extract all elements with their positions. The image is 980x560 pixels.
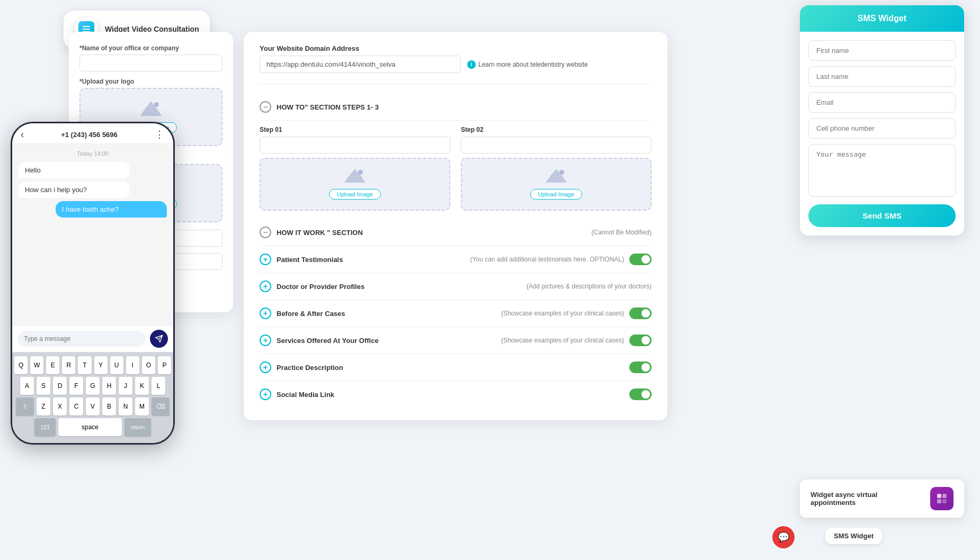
- services-offered-toggle-switch[interactable]: [629, 335, 652, 346]
- key-123[interactable]: 123: [34, 418, 56, 436]
- doctor-profiles-subtitle: (Add pictures & descriptions of your doc…: [527, 283, 652, 290]
- step-01-block: Step 01 Upload Image: [260, 126, 450, 211]
- doctor-profiles-toggle-icon[interactable]: +: [260, 281, 271, 292]
- key-t[interactable]: T: [78, 356, 91, 374]
- domain-input[interactable]: [260, 56, 461, 73]
- key-b[interactable]: B: [102, 398, 116, 416]
- practice-description-toggle-icon[interactable]: +: [260, 362, 271, 373]
- key-n[interactable]: N: [119, 398, 132, 416]
- patient-testimonials-toggle[interactable]: [629, 254, 652, 265]
- sms-email-input[interactable]: [808, 92, 956, 113]
- key-v[interactable]: V: [86, 398, 100, 416]
- how-to-title: HOW TO" SECTION STEPS 1- 3: [277, 103, 652, 111]
- key-h[interactable]: H: [102, 377, 116, 395]
- office-name-input[interactable]: [79, 55, 222, 71]
- section-services-offered: + Services Offered At Your Office (Showc…: [260, 327, 652, 354]
- before-after-title: Before & After Cases: [277, 310, 493, 318]
- how-it-works-title: HOW IT WORK " SECTION: [277, 229, 583, 237]
- how-it-works-subtitle: (Cannot Be Modified): [592, 229, 652, 236]
- office-name-label: *Name of your office or company: [79, 44, 222, 52]
- phone-send-button[interactable]: [150, 330, 168, 348]
- practice-description-title: Practice Description: [277, 364, 624, 372]
- key-s[interactable]: S: [37, 377, 50, 395]
- step-02-input[interactable]: [461, 137, 652, 153]
- patient-testimonials-subtitle: (You can add additional testimonials her…: [470, 256, 624, 263]
- key-m[interactable]: M: [135, 398, 149, 416]
- phone-mockup: ‹ +1 (243) 456 5696 ⋮ Today 14:00 Hello …: [11, 122, 175, 445]
- phone-input-area: [12, 325, 173, 352]
- key-q[interactable]: Q: [14, 356, 28, 374]
- doctor-profiles-title: Doctor or Provider Profiles: [277, 283, 518, 291]
- sms-lastname-input[interactable]: [808, 66, 956, 87]
- step-01-upload-button[interactable]: Upload Image: [329, 189, 381, 200]
- social-media-toggle[interactable]: [629, 389, 652, 400]
- key-u[interactable]: U: [110, 356, 123, 374]
- phone-keyboard: Q W E R T Y U I O P A S D F G H J K L: [12, 352, 173, 443]
- keyboard-row-1: Q W E R T Y U I O P: [14, 356, 171, 374]
- key-c[interactable]: C: [69, 398, 83, 416]
- chat-bubble-hello: Hello: [19, 162, 130, 178]
- collapse-icon[interactable]: −: [260, 101, 271, 113]
- key-x[interactable]: X: [53, 398, 67, 416]
- learn-more: i Learn more about teledentistry website: [467, 60, 588, 69]
- services-offered-toggle[interactable]: [629, 335, 652, 346]
- sms-firstname-input[interactable]: [808, 40, 956, 61]
- key-j[interactable]: J: [119, 377, 132, 395]
- section-before-after: + Before & After Cases (Showcase example…: [260, 300, 652, 327]
- key-backspace[interactable]: ⌫: [152, 398, 170, 416]
- key-space[interactable]: space: [58, 418, 122, 436]
- step-01-input[interactable]: [260, 137, 450, 153]
- practice-description-toggle[interactable]: [629, 362, 652, 373]
- step-02-block: Step 02 Upload Image: [461, 126, 652, 211]
- social-media-toggle-switch[interactable]: [629, 389, 652, 400]
- patient-testimonials-toggle-icon[interactable]: +: [260, 254, 271, 265]
- patient-testimonials-toggle-switch[interactable]: [629, 254, 652, 265]
- key-e[interactable]: E: [46, 356, 59, 374]
- key-g[interactable]: G: [86, 377, 100, 395]
- how-to-steps: Step 01 Upload Image Step 02: [260, 126, 652, 211]
- how-it-works-toggle-icon[interactable]: −: [260, 227, 271, 238]
- key-o[interactable]: O: [142, 356, 155, 374]
- send-sms-button[interactable]: Send SMS: [808, 204, 956, 227]
- key-return[interactable]: return: [124, 418, 151, 436]
- sms-widget-title: SMS Widget: [858, 14, 906, 23]
- key-d[interactable]: D: [53, 377, 67, 395]
- sms-notification-bubble[interactable]: 💬: [772, 526, 795, 548]
- section-social-media: + Social Media Link: [260, 381, 652, 408]
- widget-async-card: Widget async virtual appointments: [800, 480, 964, 518]
- key-f[interactable]: F: [69, 377, 83, 395]
- key-l[interactable]: L: [152, 377, 165, 395]
- key-p[interactable]: P: [158, 356, 171, 374]
- key-z[interactable]: Z: [37, 398, 50, 416]
- patient-testimonials-title: Patient Testimonials: [277, 256, 462, 264]
- message-icon: 💬: [778, 531, 789, 543]
- keyboard-row-4: 123 space return: [14, 418, 171, 436]
- key-a[interactable]: A: [20, 377, 34, 395]
- phone-message-input[interactable]: [17, 331, 146, 347]
- services-offered-toggle-icon[interactable]: +: [260, 335, 271, 346]
- key-k[interactable]: K: [135, 377, 149, 395]
- phone-back-button[interactable]: ‹: [21, 129, 24, 140]
- step-02-upload-box[interactable]: Upload Image: [461, 158, 652, 211]
- practice-description-toggle-switch[interactable]: [629, 362, 652, 373]
- key-r[interactable]: R: [62, 356, 75, 374]
- services-offered-title: Services Offered At Your Office: [277, 337, 493, 345]
- before-after-toggle-switch[interactable]: [629, 308, 652, 319]
- step-01-upload-box[interactable]: Upload Image: [260, 158, 450, 211]
- office-name-section: *Name of your office or company: [79, 44, 222, 78]
- sms-phone-input[interactable]: [808, 118, 956, 139]
- key-shift[interactable]: ⇧: [16, 398, 34, 416]
- sms-message-textarea[interactable]: [808, 144, 956, 197]
- phone-number: +1 (243) 456 5696: [61, 131, 118, 139]
- key-w[interactable]: W: [30, 356, 43, 374]
- step-02-upload-button[interactable]: Upload Image: [530, 189, 583, 200]
- before-after-toggle[interactable]: [629, 308, 652, 319]
- async-icon: [930, 487, 954, 510]
- phone-menu-button[interactable]: ⋮: [155, 129, 165, 140]
- info-icon: i: [467, 60, 476, 69]
- before-after-toggle-icon[interactable]: +: [260, 308, 271, 319]
- key-y[interactable]: Y: [94, 356, 108, 374]
- key-i[interactable]: I: [126, 356, 139, 374]
- social-media-toggle-icon[interactable]: +: [260, 389, 271, 400]
- phone-screen: ‹ +1 (243) 456 5696 ⋮ Today 14:00 Hello …: [12, 123, 173, 443]
